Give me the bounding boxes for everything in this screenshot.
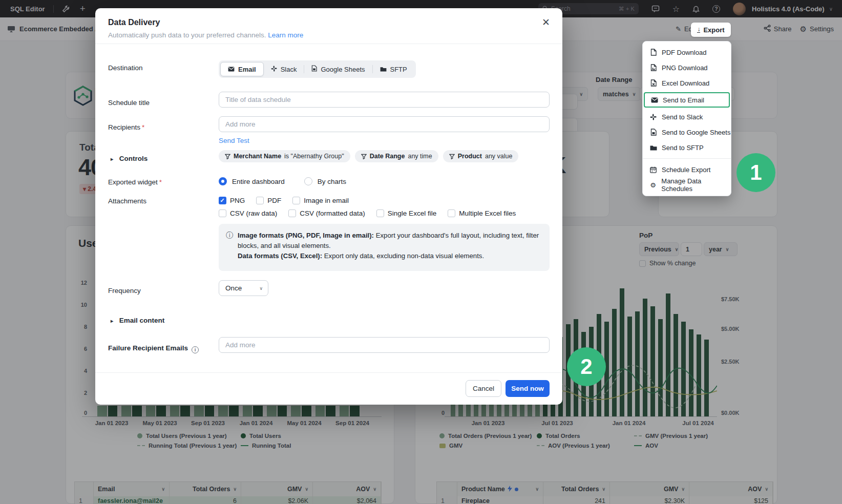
funnel-icon (449, 154, 455, 159)
envelope-icon (228, 66, 235, 73)
checkbox-multiple-excel[interactable] (448, 209, 455, 217)
frequency-label: Frequency (108, 287, 141, 295)
failure-recipients-input[interactable] (219, 337, 550, 353)
learn-more-link[interactable]: Learn more (268, 31, 303, 39)
sheets-file-icon (311, 65, 317, 73)
tab-slack[interactable]: Slack (264, 62, 304, 76)
data-delivery-modal: Data Delivery ✕ Automatically push data … (95, 8, 562, 405)
menu-item-schedule-export[interactable]: Schedule Export (643, 162, 731, 177)
checkbox-image-in-email[interactable] (292, 197, 300, 204)
recipients-label: Recipients* (108, 123, 144, 131)
step-2-badge: 2 (567, 347, 606, 386)
radio-by-charts[interactable] (304, 177, 312, 185)
menu-item-send-to-email[interactable]: Send to Email (644, 92, 730, 108)
menu-divider (643, 158, 731, 159)
funnel-icon (361, 154, 367, 159)
export-button[interactable]: ↓ Export (691, 23, 731, 37)
frequency-select[interactable]: Once∨ (219, 280, 268, 296)
menu-item-excel-download[interactable]: Excel Download (643, 75, 731, 91)
email-content-toggle[interactable]: ▸ Email content (111, 317, 164, 324)
info-icon: ⓘ (226, 230, 233, 264)
cancel-button[interactable]: Cancel (466, 380, 501, 397)
menu-item-manage-data-schedules[interactable]: ⚙ Manage Data Schedules (643, 177, 731, 193)
attachments-row-1: PNG PDF Image in email (219, 197, 360, 204)
tab-email[interactable]: Email (220, 62, 264, 76)
format-info-box: ⓘ Image formats (PNG, PDF, Image in emai… (219, 224, 550, 271)
tab-google-sheets[interactable]: Google Sheets (304, 62, 372, 76)
calendar-icon (649, 166, 657, 173)
checkbox-csv-raw[interactable] (219, 209, 226, 217)
download-icon: ↓ (697, 27, 700, 33)
funnel-icon (225, 154, 230, 159)
filter-chip[interactable]: Date Rangeany time (355, 150, 438, 162)
png-file-icon (649, 64, 657, 71)
caret-right-icon: ▸ (111, 318, 113, 324)
radio-label: By charts (318, 178, 346, 185)
destination-label: Destination (108, 64, 143, 72)
attachments-row-2: CSV (raw data) CSV (formatted data) Sing… (219, 209, 527, 217)
radio-entire-dashboard[interactable] (219, 177, 227, 185)
checkbox-single-excel[interactable] (376, 209, 384, 217)
divider (95, 372, 562, 373)
filter-chip[interactable]: Productany value (443, 150, 519, 162)
modal-title: Data Delivery (108, 18, 160, 27)
checkbox-pdf[interactable] (256, 197, 264, 204)
sheets-file-icon (649, 129, 657, 136)
close-icon[interactable]: ✕ (542, 16, 550, 28)
modal-subtitle: Automatically push data to your preferre… (108, 31, 303, 39)
schedule-title-input[interactable] (219, 92, 550, 108)
divider (95, 44, 562, 44)
menu-item-png-download[interactable]: PNG Download (643, 60, 731, 75)
info-icon: i (192, 346, 199, 353)
tab-sftp[interactable]: SFTP (373, 62, 414, 76)
filter-chip[interactable]: Merchant Nameis "Abernathy Group" (219, 150, 350, 162)
filter-chips: Merchant Nameis "Abernathy Group" Date R… (219, 150, 518, 162)
gear-icon: ⚙ (649, 181, 657, 189)
caret-right-icon: ▸ (111, 156, 113, 162)
send-test-link[interactable]: Send Test (219, 137, 249, 144)
menu-item-send-to-slack[interactable]: Send to Slack (643, 109, 731, 124)
destination-tabs: Email Slack Google Sheets SFTP (219, 60, 416, 78)
checkbox-csv-formatted[interactable] (288, 209, 296, 217)
excel-file-icon (649, 79, 657, 87)
step-1-badge: 1 (736, 153, 775, 192)
menu-item-send-to-sftp[interactable]: Send to SFTP (643, 140, 731, 155)
checkbox-png[interactable] (219, 197, 226, 204)
schedule-title-label: Schedule title (108, 99, 150, 107)
pdf-file-icon (649, 49, 657, 56)
slack-icon (271, 66, 277, 73)
recipients-input[interactable] (219, 116, 550, 132)
folder-icon (380, 66, 387, 73)
send-now-button[interactable]: Send now (506, 380, 550, 397)
folder-icon (649, 145, 657, 151)
exported-widget-options: Entire dashboard By charts (219, 177, 346, 185)
export-menu: PDF Download PNG Download Excel Download… (642, 41, 731, 196)
attachments-label: Attachments (108, 197, 146, 205)
exported-widget-label: Exported widget* (108, 178, 162, 186)
menu-item-pdf-download[interactable]: PDF Download (643, 45, 731, 60)
radio-label: Entire dashboard (232, 178, 285, 185)
menu-item-send-to-google-sheets[interactable]: Send to Google Sheets (643, 124, 731, 140)
envelope-icon (650, 97, 658, 103)
slack-icon (649, 114, 657, 120)
controls-toggle[interactable]: ▸ Controls (111, 155, 148, 162)
failure-recipients-label: Failure Recipient Emailsi (108, 344, 199, 353)
